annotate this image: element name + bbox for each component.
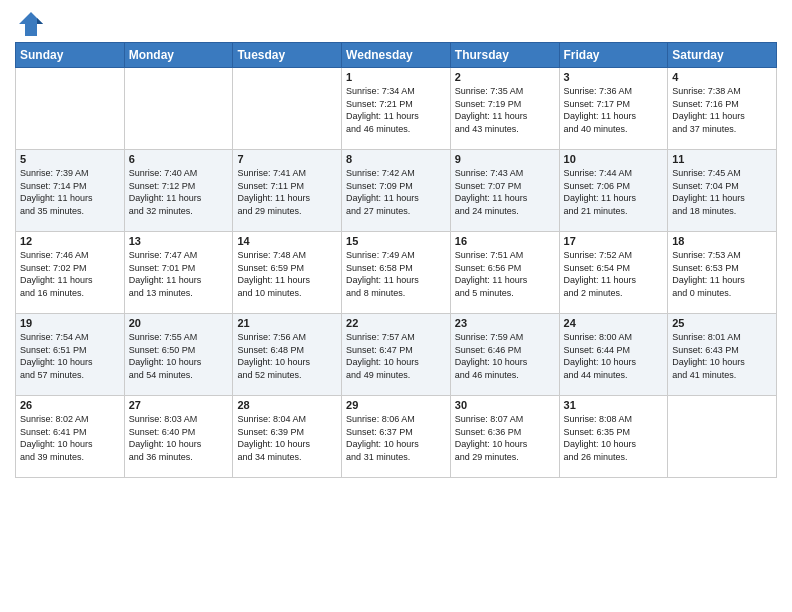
day-cell: 22Sunrise: 7:57 AM Sunset: 6:47 PM Dayli… (342, 314, 451, 396)
day-info: Sunrise: 8:00 AM Sunset: 6:44 PM Dayligh… (564, 331, 664, 381)
day-cell: 10Sunrise: 7:44 AM Sunset: 7:06 PM Dayli… (559, 150, 668, 232)
day-cell: 18Sunrise: 7:53 AM Sunset: 6:53 PM Dayli… (668, 232, 777, 314)
day-cell: 24Sunrise: 8:00 AM Sunset: 6:44 PM Dayli… (559, 314, 668, 396)
col-header-monday: Monday (124, 43, 233, 68)
day-info: Sunrise: 7:34 AM Sunset: 7:21 PM Dayligh… (346, 85, 446, 135)
day-info: Sunrise: 7:39 AM Sunset: 7:14 PM Dayligh… (20, 167, 120, 217)
day-number: 19 (20, 317, 120, 329)
col-header-thursday: Thursday (450, 43, 559, 68)
day-cell: 15Sunrise: 7:49 AM Sunset: 6:58 PM Dayli… (342, 232, 451, 314)
day-number: 31 (564, 399, 664, 411)
day-info: Sunrise: 7:56 AM Sunset: 6:48 PM Dayligh… (237, 331, 337, 381)
day-cell: 23Sunrise: 7:59 AM Sunset: 6:46 PM Dayli… (450, 314, 559, 396)
day-number: 10 (564, 153, 664, 165)
day-info: Sunrise: 7:51 AM Sunset: 6:56 PM Dayligh… (455, 249, 555, 299)
day-number: 2 (455, 71, 555, 83)
day-number: 8 (346, 153, 446, 165)
day-info: Sunrise: 7:48 AM Sunset: 6:59 PM Dayligh… (237, 249, 337, 299)
day-info: Sunrise: 7:42 AM Sunset: 7:09 PM Dayligh… (346, 167, 446, 217)
day-number: 29 (346, 399, 446, 411)
week-row-5: 26Sunrise: 8:02 AM Sunset: 6:41 PM Dayli… (16, 396, 777, 478)
page-container: SundayMondayTuesdayWednesdayThursdayFrid… (0, 0, 792, 488)
day-number: 28 (237, 399, 337, 411)
day-info: Sunrise: 8:06 AM Sunset: 6:37 PM Dayligh… (346, 413, 446, 463)
day-number: 20 (129, 317, 229, 329)
day-number: 21 (237, 317, 337, 329)
day-cell (668, 396, 777, 478)
day-number: 30 (455, 399, 555, 411)
day-number: 3 (564, 71, 664, 83)
day-cell: 13Sunrise: 7:47 AM Sunset: 7:01 PM Dayli… (124, 232, 233, 314)
day-info: Sunrise: 8:08 AM Sunset: 6:35 PM Dayligh… (564, 413, 664, 463)
day-info: Sunrise: 7:46 AM Sunset: 7:02 PM Dayligh… (20, 249, 120, 299)
week-row-1: 1Sunrise: 7:34 AM Sunset: 7:21 PM Daylig… (16, 68, 777, 150)
week-row-3: 12Sunrise: 7:46 AM Sunset: 7:02 PM Dayli… (16, 232, 777, 314)
day-number: 4 (672, 71, 772, 83)
day-cell: 16Sunrise: 7:51 AM Sunset: 6:56 PM Dayli… (450, 232, 559, 314)
day-cell: 2Sunrise: 7:35 AM Sunset: 7:19 PM Daylig… (450, 68, 559, 150)
day-info: Sunrise: 7:44 AM Sunset: 7:06 PM Dayligh… (564, 167, 664, 217)
day-cell: 9Sunrise: 7:43 AM Sunset: 7:07 PM Daylig… (450, 150, 559, 232)
day-info: Sunrise: 7:35 AM Sunset: 7:19 PM Dayligh… (455, 85, 555, 135)
day-cell (233, 68, 342, 150)
day-cell: 14Sunrise: 7:48 AM Sunset: 6:59 PM Dayli… (233, 232, 342, 314)
header-row: SundayMondayTuesdayWednesdayThursdayFrid… (16, 43, 777, 68)
day-info: Sunrise: 7:38 AM Sunset: 7:16 PM Dayligh… (672, 85, 772, 135)
col-header-tuesday: Tuesday (233, 43, 342, 68)
day-cell: 8Sunrise: 7:42 AM Sunset: 7:09 PM Daylig… (342, 150, 451, 232)
day-cell: 11Sunrise: 7:45 AM Sunset: 7:04 PM Dayli… (668, 150, 777, 232)
day-number: 23 (455, 317, 555, 329)
day-cell: 12Sunrise: 7:46 AM Sunset: 7:02 PM Dayli… (16, 232, 125, 314)
day-cell: 25Sunrise: 8:01 AM Sunset: 6:43 PM Dayli… (668, 314, 777, 396)
day-info: Sunrise: 7:53 AM Sunset: 6:53 PM Dayligh… (672, 249, 772, 299)
day-number: 7 (237, 153, 337, 165)
day-number: 12 (20, 235, 120, 247)
day-number: 6 (129, 153, 229, 165)
day-number: 1 (346, 71, 446, 83)
day-info: Sunrise: 7:55 AM Sunset: 6:50 PM Dayligh… (129, 331, 229, 381)
day-number: 27 (129, 399, 229, 411)
week-row-2: 5Sunrise: 7:39 AM Sunset: 7:14 PM Daylig… (16, 150, 777, 232)
day-info: Sunrise: 7:41 AM Sunset: 7:11 PM Dayligh… (237, 167, 337, 217)
day-number: 5 (20, 153, 120, 165)
day-cell: 29Sunrise: 8:06 AM Sunset: 6:37 PM Dayli… (342, 396, 451, 478)
day-number: 14 (237, 235, 337, 247)
logo (15, 10, 45, 34)
day-info: Sunrise: 7:43 AM Sunset: 7:07 PM Dayligh… (455, 167, 555, 217)
day-number: 24 (564, 317, 664, 329)
day-cell: 31Sunrise: 8:08 AM Sunset: 6:35 PM Dayli… (559, 396, 668, 478)
logo-text-block (15, 10, 45, 34)
day-info: Sunrise: 7:47 AM Sunset: 7:01 PM Dayligh… (129, 249, 229, 299)
week-row-4: 19Sunrise: 7:54 AM Sunset: 6:51 PM Dayli… (16, 314, 777, 396)
day-number: 17 (564, 235, 664, 247)
day-cell: 7Sunrise: 7:41 AM Sunset: 7:11 PM Daylig… (233, 150, 342, 232)
day-cell (16, 68, 125, 150)
day-number: 18 (672, 235, 772, 247)
day-info: Sunrise: 7:52 AM Sunset: 6:54 PM Dayligh… (564, 249, 664, 299)
day-number: 26 (20, 399, 120, 411)
day-cell: 21Sunrise: 7:56 AM Sunset: 6:48 PM Dayli… (233, 314, 342, 396)
day-info: Sunrise: 8:03 AM Sunset: 6:40 PM Dayligh… (129, 413, 229, 463)
day-info: Sunrise: 7:57 AM Sunset: 6:47 PM Dayligh… (346, 331, 446, 381)
day-number: 25 (672, 317, 772, 329)
day-cell: 6Sunrise: 7:40 AM Sunset: 7:12 PM Daylig… (124, 150, 233, 232)
col-header-saturday: Saturday (668, 43, 777, 68)
svg-marker-1 (37, 18, 43, 24)
day-info: Sunrise: 8:02 AM Sunset: 6:41 PM Dayligh… (20, 413, 120, 463)
day-info: Sunrise: 7:40 AM Sunset: 7:12 PM Dayligh… (129, 167, 229, 217)
day-info: Sunrise: 7:49 AM Sunset: 6:58 PM Dayligh… (346, 249, 446, 299)
day-cell: 19Sunrise: 7:54 AM Sunset: 6:51 PM Dayli… (16, 314, 125, 396)
day-cell: 26Sunrise: 8:02 AM Sunset: 6:41 PM Dayli… (16, 396, 125, 478)
day-info: Sunrise: 8:01 AM Sunset: 6:43 PM Dayligh… (672, 331, 772, 381)
day-cell: 28Sunrise: 8:04 AM Sunset: 6:39 PM Dayli… (233, 396, 342, 478)
header (15, 10, 777, 34)
col-header-wednesday: Wednesday (342, 43, 451, 68)
day-number: 15 (346, 235, 446, 247)
day-cell: 5Sunrise: 7:39 AM Sunset: 7:14 PM Daylig… (16, 150, 125, 232)
col-header-sunday: Sunday (16, 43, 125, 68)
day-info: Sunrise: 8:07 AM Sunset: 6:36 PM Dayligh… (455, 413, 555, 463)
day-cell (124, 68, 233, 150)
col-header-friday: Friday (559, 43, 668, 68)
day-cell: 27Sunrise: 8:03 AM Sunset: 6:40 PM Dayli… (124, 396, 233, 478)
day-cell: 30Sunrise: 8:07 AM Sunset: 6:36 PM Dayli… (450, 396, 559, 478)
